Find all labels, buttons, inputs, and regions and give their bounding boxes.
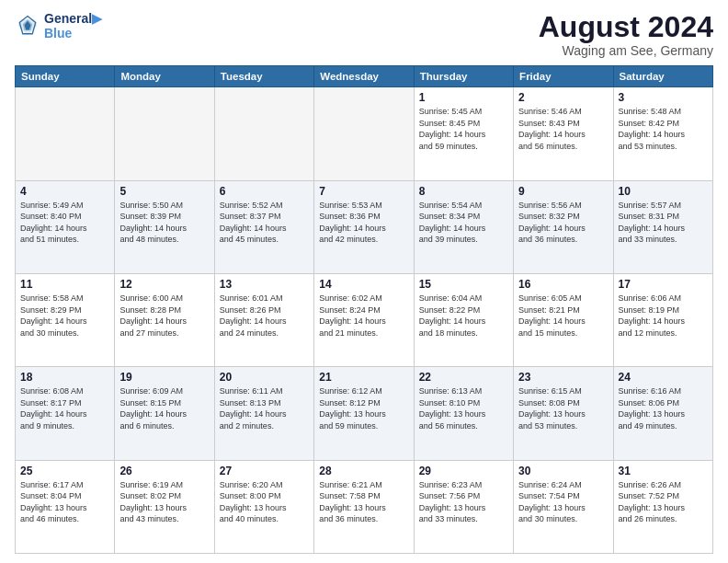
day-info: Sunrise: 6:02 AM Sunset: 8:24 PM Dayligh… (319, 293, 408, 339)
calendar-cell: 17Sunrise: 6:06 AM Sunset: 8:19 PM Dayli… (613, 273, 712, 366)
day-info: Sunrise: 6:24 AM Sunset: 7:54 PM Dayligh… (518, 479, 608, 525)
calendar-week-row: 4Sunrise: 5:49 AM Sunset: 8:40 PM Daylig… (16, 180, 713, 273)
day-number: 7 (319, 185, 408, 198)
logo-icon (15, 13, 40, 39)
day-number: 27 (220, 465, 309, 477)
day-info: Sunrise: 6:11 AM Sunset: 8:13 PM Dayligh… (220, 385, 309, 431)
calendar-cell: 5Sunrise: 5:50 AM Sunset: 8:39 PM Daylig… (115, 180, 214, 273)
calendar-cell: 7Sunrise: 5:53 AM Sunset: 8:36 PM Daylig… (314, 180, 414, 273)
day-info: Sunrise: 6:15 AM Sunset: 8:08 PM Dayligh… (518, 385, 608, 431)
calendar-cell: 9Sunrise: 5:56 AM Sunset: 8:32 PM Daylig… (514, 180, 613, 273)
calendar-week-row: 25Sunrise: 6:17 AM Sunset: 8:04 PM Dayli… (16, 460, 713, 553)
calendar-cell: 28Sunrise: 6:21 AM Sunset: 7:58 PM Dayli… (314, 460, 414, 553)
day-number: 29 (419, 465, 508, 477)
calendar-cell: 29Sunrise: 6:23 AM Sunset: 7:56 PM Dayli… (414, 460, 513, 553)
calendar-cell: 8Sunrise: 5:54 AM Sunset: 8:34 PM Daylig… (414, 180, 513, 273)
calendar-cell: 21Sunrise: 6:12 AM Sunset: 8:12 PM Dayli… (314, 367, 414, 460)
day-number: 2 (518, 91, 608, 104)
title-area: August 2024 Waging am See, Germany (539, 11, 713, 58)
calendar-week-row: 18Sunrise: 6:08 AM Sunset: 8:17 PM Dayli… (16, 367, 713, 460)
day-info: Sunrise: 6:21 AM Sunset: 7:58 PM Dayligh… (319, 479, 408, 525)
calendar-cell: 25Sunrise: 6:17 AM Sunset: 8:04 PM Dayli… (16, 460, 115, 553)
day-number: 8 (419, 185, 508, 198)
calendar-cell: 14Sunrise: 6:02 AM Sunset: 8:24 PM Dayli… (314, 273, 414, 366)
calendar-cell: 3Sunrise: 5:48 AM Sunset: 8:42 PM Daylig… (613, 87, 712, 180)
calendar-header-sunday: Sunday (16, 66, 115, 87)
day-info: Sunrise: 5:54 AM Sunset: 8:34 PM Dayligh… (419, 200, 508, 246)
day-number: 10 (619, 185, 708, 198)
day-info: Sunrise: 5:49 AM Sunset: 8:40 PM Dayligh… (20, 200, 109, 246)
day-number: 26 (119, 465, 209, 477)
calendar-cell (214, 87, 313, 180)
calendar-header-monday: Monday (115, 66, 214, 87)
day-info: Sunrise: 6:01 AM Sunset: 8:26 PM Dayligh… (220, 293, 309, 339)
calendar-cell: 16Sunrise: 6:05 AM Sunset: 8:21 PM Dayli… (514, 273, 613, 366)
day-info: Sunrise: 6:16 AM Sunset: 8:06 PM Dayligh… (619, 385, 708, 431)
calendar-cell: 22Sunrise: 6:13 AM Sunset: 8:10 PM Dayli… (414, 367, 513, 460)
calendar-cell (16, 87, 115, 180)
calendar-cell: 20Sunrise: 6:11 AM Sunset: 8:13 PM Dayli… (214, 367, 313, 460)
day-number: 18 (20, 371, 109, 384)
day-number: 3 (619, 91, 708, 104)
day-number: 17 (619, 278, 708, 291)
day-info: Sunrise: 6:13 AM Sunset: 8:10 PM Dayligh… (419, 385, 508, 431)
day-number: 31 (619, 465, 708, 477)
day-info: Sunrise: 6:08 AM Sunset: 8:17 PM Dayligh… (20, 385, 109, 431)
calendar-cell: 11Sunrise: 5:58 AM Sunset: 8:29 PM Dayli… (16, 273, 115, 366)
day-number: 1 (419, 91, 508, 104)
page: General▶ Blue August 2024 Waging am See,… (0, 0, 728, 563)
day-info: Sunrise: 5:48 AM Sunset: 8:42 PM Dayligh… (619, 106, 708, 152)
day-number: 9 (518, 185, 608, 198)
calendar-cell: 24Sunrise: 6:16 AM Sunset: 8:06 PM Dayli… (613, 367, 712, 460)
day-info: Sunrise: 6:26 AM Sunset: 7:52 PM Dayligh… (619, 479, 708, 525)
day-info: Sunrise: 5:52 AM Sunset: 8:37 PM Dayligh… (220, 200, 309, 246)
day-number: 5 (119, 185, 209, 198)
calendar-cell: 15Sunrise: 6:04 AM Sunset: 8:22 PM Dayli… (414, 273, 513, 366)
day-number: 25 (20, 465, 109, 477)
day-info: Sunrise: 6:04 AM Sunset: 8:22 PM Dayligh… (419, 293, 508, 339)
calendar-cell: 31Sunrise: 6:26 AM Sunset: 7:52 PM Dayli… (613, 460, 712, 553)
day-info: Sunrise: 6:23 AM Sunset: 7:56 PM Dayligh… (419, 479, 508, 525)
day-info: Sunrise: 5:50 AM Sunset: 8:39 PM Dayligh… (119, 200, 209, 246)
header: General▶ Blue August 2024 Waging am See,… (15, 11, 713, 58)
day-info: Sunrise: 6:00 AM Sunset: 8:28 PM Dayligh… (119, 293, 209, 339)
day-number: 14 (319, 278, 408, 291)
calendar-cell: 23Sunrise: 6:15 AM Sunset: 8:08 PM Dayli… (514, 367, 613, 460)
day-info: Sunrise: 5:45 AM Sunset: 8:45 PM Dayligh… (419, 106, 508, 152)
calendar-cell: 18Sunrise: 6:08 AM Sunset: 8:17 PM Dayli… (16, 367, 115, 460)
day-info: Sunrise: 5:56 AM Sunset: 8:32 PM Dayligh… (518, 200, 608, 246)
day-number: 19 (119, 371, 209, 384)
calendar-cell: 1Sunrise: 5:45 AM Sunset: 8:45 PM Daylig… (414, 87, 513, 180)
day-info: Sunrise: 6:05 AM Sunset: 8:21 PM Dayligh… (518, 293, 608, 339)
calendar-cell: 10Sunrise: 5:57 AM Sunset: 8:31 PM Dayli… (613, 180, 712, 273)
calendar-cell: 19Sunrise: 6:09 AM Sunset: 8:15 PM Dayli… (115, 367, 214, 460)
calendar-cell: 27Sunrise: 6:20 AM Sunset: 8:00 PM Dayli… (214, 460, 313, 553)
day-info: Sunrise: 5:53 AM Sunset: 8:36 PM Dayligh… (319, 200, 408, 246)
calendar-header-wednesday: Wednesday (314, 66, 414, 87)
calendar-header-tuesday: Tuesday (214, 66, 313, 87)
calendar-cell: 6Sunrise: 5:52 AM Sunset: 8:37 PM Daylig… (214, 180, 313, 273)
calendar-cell (314, 87, 414, 180)
calendar-cell: 30Sunrise: 6:24 AM Sunset: 7:54 PM Dayli… (514, 460, 613, 553)
calendar-table: SundayMondayTuesdayWednesdayThursdayFrid… (15, 65, 713, 554)
subtitle: Waging am See, Germany (539, 43, 713, 58)
day-info: Sunrise: 6:09 AM Sunset: 8:15 PM Dayligh… (119, 385, 209, 431)
main-title: August 2024 (539, 11, 713, 43)
day-info: Sunrise: 6:12 AM Sunset: 8:12 PM Dayligh… (319, 385, 408, 431)
calendar-header-thursday: Thursday (414, 66, 513, 87)
day-number: 23 (518, 371, 608, 384)
day-info: Sunrise: 5:57 AM Sunset: 8:31 PM Dayligh… (619, 200, 708, 246)
day-number: 22 (419, 371, 508, 384)
day-info: Sunrise: 6:17 AM Sunset: 8:04 PM Dayligh… (20, 479, 109, 525)
logo: General▶ Blue (15, 11, 102, 40)
calendar-cell (115, 87, 214, 180)
day-info: Sunrise: 5:58 AM Sunset: 8:29 PM Dayligh… (20, 293, 109, 339)
calendar-header-saturday: Saturday (613, 66, 712, 87)
calendar-header-row: SundayMondayTuesdayWednesdayThursdayFrid… (16, 66, 713, 87)
day-info: Sunrise: 5:46 AM Sunset: 8:43 PM Dayligh… (518, 106, 608, 152)
day-number: 13 (220, 278, 309, 291)
day-number: 11 (20, 278, 109, 291)
logo-text: General▶ Blue (44, 11, 102, 40)
day-number: 6 (220, 185, 309, 198)
day-number: 21 (319, 371, 408, 384)
